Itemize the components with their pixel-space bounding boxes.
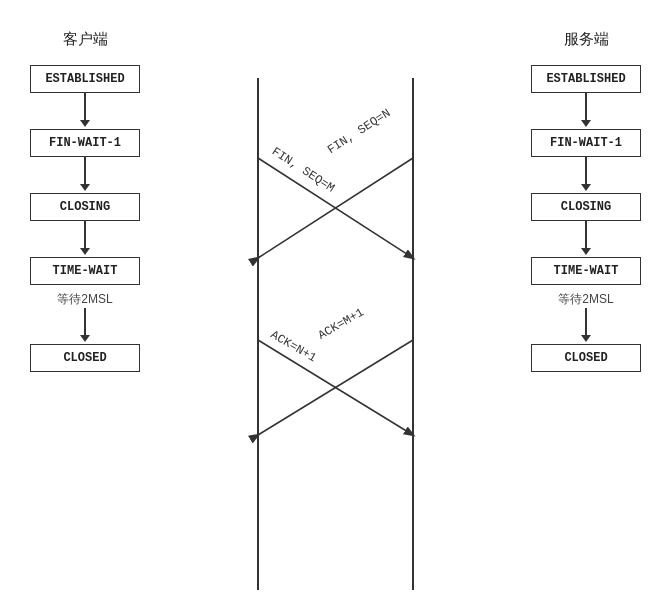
right-arrow-1 [585,93,587,121]
left-column: 客户端 ESTABLISHED FIN-WAIT-1 CLOSING TIME-… [0,0,170,372]
svg-line-2 [258,158,413,258]
left-title: 客户端 [63,30,108,49]
svg-text:FIN, SEQ=N: FIN, SEQ=N [325,106,393,157]
svg-line-6 [258,340,413,435]
left-arrow-3 [84,221,86,249]
svg-text:ACK=M+1: ACK=M+1 [316,305,367,342]
left-arrow-4 [84,308,86,336]
right-state-closing: CLOSING [531,193,641,221]
right-state-timewait: TIME-WAIT [531,257,641,285]
left-state-established: ESTABLISHED [30,65,140,93]
left-arrow-1 [84,93,86,121]
left-state-finwait1: FIN-WAIT-1 [30,129,140,157]
right-wait-label: 等待2MSL [558,291,613,308]
right-arrow-4 [585,308,587,336]
right-state-closed: CLOSED [531,344,641,372]
right-title: 服务端 [564,30,609,49]
svg-text:FIN, SEQ=M: FIN, SEQ=M [269,145,337,196]
left-state-closing: CLOSING [30,193,140,221]
left-arrow-2 [84,157,86,185]
diagram: 客户端 ESTABLISHED FIN-WAIT-1 CLOSING TIME-… [0,0,671,614]
right-state-finwait1: FIN-WAIT-1 [531,129,641,157]
left-state-closed: CLOSED [30,344,140,372]
svg-line-3 [258,158,413,258]
right-arrow-2 [585,157,587,185]
left-state-timewait: TIME-WAIT [30,257,140,285]
right-state-established: ESTABLISHED [531,65,641,93]
svg-line-7 [258,340,413,435]
svg-text:ACK=N+1: ACK=N+1 [268,328,319,365]
left-wait-label: 等待2MSL [57,291,112,308]
right-arrow-3 [585,221,587,249]
right-column: 服务端 ESTABLISHED FIN-WAIT-1 CLOSING TIME-… [501,0,671,372]
